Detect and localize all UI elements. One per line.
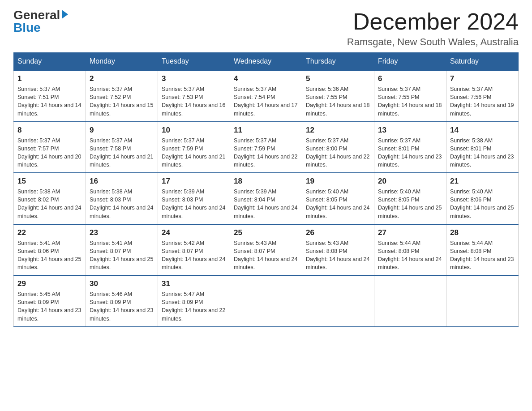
logo-arrow-icon <box>62 10 68 19</box>
day-info: Sunrise: 5:40 AM Sunset: 8:05 PM Dayligh… <box>306 188 370 220</box>
calendar-cell: 8 Sunrise: 5:37 AM Sunset: 7:57 PM Dayli… <box>14 122 86 173</box>
day-number: 14 <box>450 126 515 135</box>
day-info: Sunrise: 5:37 AM Sunset: 7:56 PM Dayligh… <box>450 85 515 118</box>
day-of-week-header: Sunday <box>14 53 86 71</box>
calendar-cell: 24 Sunrise: 5:42 AM Sunset: 8:07 PM Dayl… <box>158 224 230 276</box>
day-number: 17 <box>162 177 226 186</box>
day-info: Sunrise: 5:43 AM Sunset: 8:08 PM Dayligh… <box>306 239 370 272</box>
calendar-cell: 10 Sunrise: 5:37 AM Sunset: 7:59 PM Dayl… <box>158 122 230 173</box>
day-number: 21 <box>450 177 515 186</box>
day-number: 3 <box>162 74 226 83</box>
calendar-cell: 17 Sunrise: 5:39 AM Sunset: 8:03 PM Dayl… <box>158 173 230 224</box>
calendar-week-row: 22 Sunrise: 5:41 AM Sunset: 8:06 PM Dayl… <box>14 224 519 276</box>
day-info: Sunrise: 5:37 AM Sunset: 7:51 PM Dayligh… <box>17 85 82 118</box>
page-header: General Blue December 2024 Ramsgate, New… <box>13 9 519 48</box>
calendar-header-row: SundayMondayTuesdayWednesdayThursdayFrid… <box>14 53 519 71</box>
day-info: Sunrise: 5:38 AM Sunset: 8:02 PM Dayligh… <box>17 188 82 220</box>
day-info: Sunrise: 5:38 AM Sunset: 8:03 PM Dayligh… <box>90 188 154 220</box>
day-info: Sunrise: 5:44 AM Sunset: 8:08 PM Dayligh… <box>450 239 515 272</box>
calendar-cell: 21 Sunrise: 5:40 AM Sunset: 8:06 PM Dayl… <box>446 173 519 224</box>
day-info: Sunrise: 5:44 AM Sunset: 8:08 PM Dayligh… <box>378 239 442 272</box>
day-number: 9 <box>90 126 154 135</box>
logo-general: General <box>13 9 60 21</box>
day-number: 31 <box>162 279 226 288</box>
calendar-cell <box>446 275 519 327</box>
day-of-week-header: Monday <box>86 53 158 71</box>
day-number: 15 <box>17 177 82 186</box>
day-info: Sunrise: 5:37 AM Sunset: 8:00 PM Dayligh… <box>306 137 370 169</box>
day-info: Sunrise: 5:39 AM Sunset: 8:04 PM Dayligh… <box>234 188 298 220</box>
calendar-cell: 11 Sunrise: 5:37 AM Sunset: 7:59 PM Dayl… <box>230 122 302 173</box>
subtitle: Ramsgate, New South Wales, Australia <box>347 36 519 48</box>
calendar-cell: 4 Sunrise: 5:37 AM Sunset: 7:54 PM Dayli… <box>230 70 302 122</box>
day-info: Sunrise: 5:41 AM Sunset: 8:06 PM Dayligh… <box>17 239 82 272</box>
day-info: Sunrise: 5:42 AM Sunset: 8:07 PM Dayligh… <box>162 239 226 272</box>
calendar-cell <box>374 275 446 327</box>
day-number: 6 <box>378 74 442 83</box>
day-info: Sunrise: 5:39 AM Sunset: 8:03 PM Dayligh… <box>162 188 226 220</box>
day-number: 29 <box>17 279 82 288</box>
calendar-cell: 26 Sunrise: 5:43 AM Sunset: 8:08 PM Dayl… <box>302 224 374 276</box>
day-of-week-header: Wednesday <box>230 53 302 71</box>
calendar-cell: 22 Sunrise: 5:41 AM Sunset: 8:06 PM Dayl… <box>14 224 86 276</box>
calendar-cell: 7 Sunrise: 5:37 AM Sunset: 7:56 PM Dayli… <box>446 70 519 122</box>
day-number: 8 <box>17 126 82 135</box>
calendar-cell: 9 Sunrise: 5:37 AM Sunset: 7:58 PM Dayli… <box>86 122 158 173</box>
calendar-cell: 12 Sunrise: 5:37 AM Sunset: 8:00 PM Dayl… <box>302 122 374 173</box>
calendar-cell: 6 Sunrise: 5:37 AM Sunset: 7:55 PM Dayli… <box>374 70 446 122</box>
day-of-week-header: Saturday <box>446 53 519 71</box>
day-info: Sunrise: 5:37 AM Sunset: 7:58 PM Dayligh… <box>90 137 154 169</box>
calendar-cell: 18 Sunrise: 5:39 AM Sunset: 8:04 PM Dayl… <box>230 173 302 224</box>
calendar-cell: 1 Sunrise: 5:37 AM Sunset: 7:51 PM Dayli… <box>14 70 86 122</box>
calendar-cell: 31 Sunrise: 5:47 AM Sunset: 8:09 PM Dayl… <box>158 275 230 327</box>
calendar-cell: 20 Sunrise: 5:40 AM Sunset: 8:05 PM Dayl… <box>374 173 446 224</box>
day-number: 18 <box>234 177 298 186</box>
title-section: December 2024 Ramsgate, New South Wales,… <box>347 9 519 48</box>
day-number: 11 <box>234 126 298 135</box>
calendar-cell: 27 Sunrise: 5:44 AM Sunset: 8:08 PM Dayl… <box>374 224 446 276</box>
calendar-week-row: 1 Sunrise: 5:37 AM Sunset: 7:51 PM Dayli… <box>14 70 519 122</box>
page-title: December 2024 <box>347 9 519 34</box>
day-number: 12 <box>306 126 370 135</box>
calendar-cell: 14 Sunrise: 5:38 AM Sunset: 8:01 PM Dayl… <box>446 122 519 173</box>
day-info: Sunrise: 5:40 AM Sunset: 8:06 PM Dayligh… <box>450 188 515 220</box>
day-info: Sunrise: 5:37 AM Sunset: 7:59 PM Dayligh… <box>162 137 226 169</box>
calendar-cell: 5 Sunrise: 5:36 AM Sunset: 7:55 PM Dayli… <box>302 70 374 122</box>
day-number: 28 <box>450 228 515 237</box>
logo-blue: Blue <box>13 21 41 34</box>
calendar-week-row: 8 Sunrise: 5:37 AM Sunset: 7:57 PM Dayli… <box>14 122 519 173</box>
day-number: 27 <box>378 228 442 237</box>
calendar-week-row: 29 Sunrise: 5:45 AM Sunset: 8:09 PM Dayl… <box>14 275 519 327</box>
day-info: Sunrise: 5:37 AM Sunset: 7:55 PM Dayligh… <box>378 85 442 118</box>
calendar-cell: 25 Sunrise: 5:43 AM Sunset: 8:07 PM Dayl… <box>230 224 302 276</box>
day-of-week-header: Tuesday <box>158 53 230 71</box>
day-info: Sunrise: 5:45 AM Sunset: 8:09 PM Dayligh… <box>17 290 82 323</box>
day-number: 5 <box>306 74 370 83</box>
logo: General Blue <box>13 9 68 34</box>
day-number: 7 <box>450 74 515 83</box>
day-number: 20 <box>378 177 442 186</box>
day-info: Sunrise: 5:37 AM Sunset: 7:59 PM Dayligh… <box>234 137 298 169</box>
calendar-week-row: 15 Sunrise: 5:38 AM Sunset: 8:02 PM Dayl… <box>14 173 519 224</box>
calendar-cell: 3 Sunrise: 5:37 AM Sunset: 7:53 PM Dayli… <box>158 70 230 122</box>
calendar-cell: 15 Sunrise: 5:38 AM Sunset: 8:02 PM Dayl… <box>14 173 86 224</box>
day-info: Sunrise: 5:40 AM Sunset: 8:05 PM Dayligh… <box>378 188 442 220</box>
day-number: 19 <box>306 177 370 186</box>
day-number: 26 <box>306 228 370 237</box>
day-of-week-header: Friday <box>374 53 446 71</box>
day-number: 22 <box>17 228 82 237</box>
calendar-cell <box>230 275 302 327</box>
day-number: 4 <box>234 74 298 83</box>
day-info: Sunrise: 5:38 AM Sunset: 8:01 PM Dayligh… <box>450 137 515 169</box>
day-info: Sunrise: 5:47 AM Sunset: 8:09 PM Dayligh… <box>162 290 226 323</box>
calendar: SundayMondayTuesdayWednesdayThursdayFrid… <box>13 52 519 327</box>
day-number: 16 <box>90 177 154 186</box>
day-info: Sunrise: 5:37 AM Sunset: 7:53 PM Dayligh… <box>162 85 226 118</box>
day-info: Sunrise: 5:37 AM Sunset: 7:52 PM Dayligh… <box>90 85 154 118</box>
day-number: 30 <box>90 279 154 288</box>
calendar-cell <box>302 275 374 327</box>
calendar-cell: 13 Sunrise: 5:37 AM Sunset: 8:01 PM Dayl… <box>374 122 446 173</box>
calendar-cell: 30 Sunrise: 5:46 AM Sunset: 8:09 PM Dayl… <box>86 275 158 327</box>
day-number: 24 <box>162 228 226 237</box>
day-number: 2 <box>90 74 154 83</box>
